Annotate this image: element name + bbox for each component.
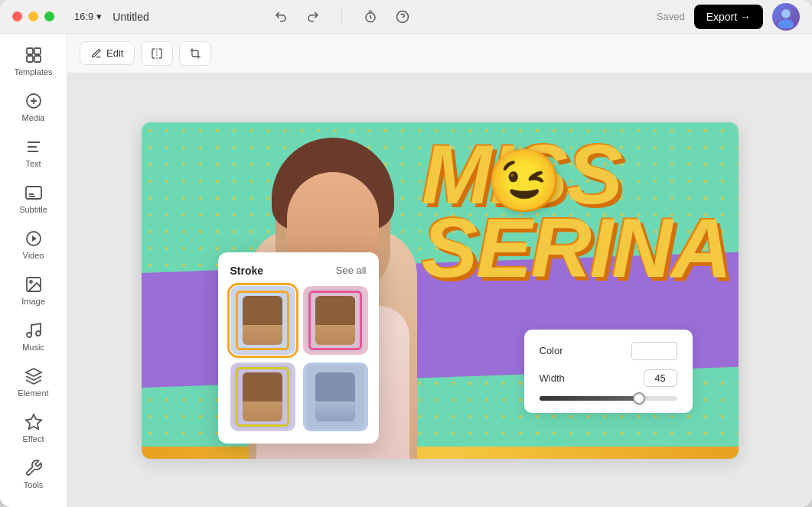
- stroke-item-none[interactable]: [303, 362, 368, 431]
- sidebar-item-element[interactable]: Element: [6, 361, 61, 404]
- canvas-background: MISS SERINA 😉: [142, 122, 739, 459]
- undo-button[interactable]: [271, 7, 291, 27]
- settings-panel: Color Width 45: [524, 330, 693, 413]
- sidebar-image-label: Image: [21, 297, 45, 306]
- traffic-lights: [12, 11, 54, 21]
- svg-rect-6: [34, 48, 41, 54]
- sidebar: Templates Media Text: [0, 34, 67, 507]
- sidebar-tools-label: Tools: [24, 480, 44, 489]
- close-button[interactable]: [12, 11, 22, 21]
- chevron-down-icon: ▾: [96, 11, 102, 22]
- sidebar-item-image[interactable]: Image: [6, 269, 61, 312]
- export-button[interactable]: Export →: [694, 5, 763, 29]
- canvas[interactable]: MISS SERINA 😉: [142, 122, 739, 459]
- edit-button[interactable]: Edit: [80, 41, 135, 65]
- serina-text: SERINA: [422, 211, 731, 285]
- sidebar-music-label: Music: [22, 343, 44, 352]
- toolbar-center: [271, 7, 413, 27]
- stroke-panel-header: Stroke See all: [230, 265, 367, 277]
- app-window: 16:9 ▾ Untitled Saved Export →: [0, 0, 812, 507]
- color-label: Color: [540, 345, 563, 356]
- main-text-block: MISS SERINA: [422, 138, 731, 286]
- color-swatch[interactable]: [631, 342, 677, 360]
- slider-fill: [540, 396, 643, 401]
- sidebar-subtitle-label: Subtitle: [19, 205, 47, 214]
- edit-toolbar: Edit: [67, 34, 812, 73]
- stroke-item-pink[interactable]: [303, 286, 368, 355]
- svg-point-21: [30, 281, 32, 283]
- sidebar-item-text[interactable]: Text: [6, 132, 61, 174]
- document-title: Untitled: [113, 11, 148, 23]
- aspect-ratio-label: 16:9: [74, 11, 93, 22]
- titlebar: 16:9 ▾ Untitled Saved Export →: [0, 0, 812, 34]
- help-button[interactable]: [393, 7, 413, 27]
- width-label: Width: [540, 372, 565, 384]
- svg-rect-8: [34, 56, 41, 62]
- redo-button[interactable]: [303, 7, 323, 27]
- sidebar-media-label: Media: [22, 113, 45, 122]
- sidebar-item-subtitle[interactable]: Subtitle: [6, 177, 61, 220]
- sidebar-item-video[interactable]: Video: [6, 223, 61, 266]
- color-row: Color: [540, 342, 677, 360]
- width-row: Width 45: [540, 369, 677, 387]
- timer-button[interactable]: [360, 7, 380, 27]
- svg-point-22: [27, 333, 31, 337]
- sidebar-item-media[interactable]: Media: [6, 86, 61, 128]
- sidebar-item-tools[interactable]: Tools: [6, 453, 61, 496]
- main-layout: Templates Media Text: [0, 34, 812, 507]
- content-area: Edit: [67, 34, 812, 507]
- svg-rect-7: [27, 56, 33, 62]
- aspect-ratio-button[interactable]: 16:9 ▾: [67, 6, 109, 27]
- svg-rect-5: [27, 48, 33, 54]
- svg-marker-24: [26, 414, 41, 429]
- svg-point-23: [36, 331, 41, 336]
- stroke-title: Stroke: [230, 265, 264, 277]
- maximize-button[interactable]: [44, 11, 54, 21]
- width-value[interactable]: 45: [644, 369, 677, 387]
- toolbar-right: Saved Export →: [657, 3, 800, 31]
- see-all-link[interactable]: See all: [336, 265, 367, 276]
- stroke-grid: [230, 286, 367, 431]
- svg-point-4: [778, 19, 794, 28]
- sidebar-video-label: Video: [23, 251, 44, 260]
- minimize-button[interactable]: [28, 11, 38, 21]
- sidebar-item-effect[interactable]: Effect: [6, 407, 61, 450]
- sidebar-effect-label: Effect: [23, 434, 44, 444]
- sidebar-element-label: Element: [18, 388, 48, 398]
- avatar[interactable]: [772, 3, 800, 31]
- stroke-item-orange[interactable]: [230, 286, 295, 355]
- stroke-item-yellow[interactable]: [230, 362, 295, 431]
- sidebar-item-music[interactable]: Music: [6, 315, 61, 358]
- stroke-panel: Stroke See all: [218, 252, 379, 444]
- flip-button[interactable]: [141, 41, 173, 66]
- emoji-element: 😉: [486, 145, 563, 217]
- svg-point-3: [781, 9, 791, 18]
- slider-thumb[interactable]: [633, 392, 645, 405]
- sidebar-text-label: Text: [25, 159, 41, 168]
- width-slider[interactable]: [540, 396, 677, 401]
- canvas-container: MISS SERINA 😉: [67, 73, 812, 507]
- sidebar-templates-label: Templates: [14, 67, 52, 76]
- sidebar-item-templates[interactable]: Templates: [6, 40, 61, 83]
- saved-status: Saved: [657, 11, 685, 22]
- svg-marker-19: [32, 236, 37, 242]
- divider: [341, 8, 342, 26]
- crop-button[interactable]: [179, 41, 211, 66]
